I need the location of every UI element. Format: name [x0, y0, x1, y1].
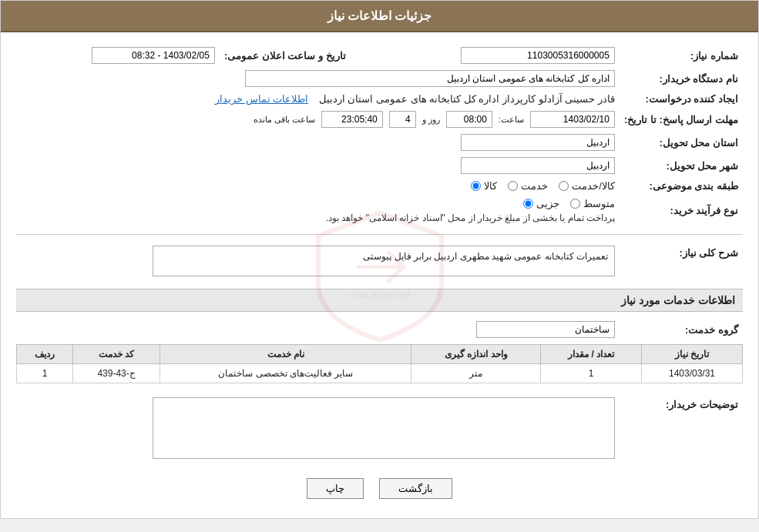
province-input [461, 134, 615, 151]
reply-deadline-row: ساعت: روز و ساعت باقی مانده [16, 108, 620, 131]
description-table: شرح کلی نیاز: تعمیرات کتابخانه عمومی شهی… [16, 243, 743, 279]
buyer-notes-table: توضیحات خریدار: [16, 394, 743, 464]
need-number-value [369, 44, 620, 67]
purchase-motavaset-radio[interactable] [570, 199, 580, 209]
buyer-org-label: نام دستگاه خریدار: [620, 67, 743, 90]
services-table: تاریخ نیاز تعداد / مقدار واحد اندازه گیر… [16, 344, 743, 383]
creator-text: قادر حسینی آزادلو کارپرداز اداره کل کتاب… [319, 93, 615, 105]
category-kala[interactable]: کالا [471, 180, 497, 192]
buyer-org-input [245, 70, 615, 87]
back-button[interactable]: بازگشت [379, 478, 452, 499]
service-group-input [476, 321, 615, 338]
services-section-header: اطلاعات خدمات مورد نیاز [16, 289, 743, 312]
description-label: شرح کلی نیاز: [620, 243, 743, 279]
purchase-note: پرداخت تمام یا بخشی از مبلغ خریدار از مح… [326, 212, 615, 223]
need-number-input [461, 47, 615, 64]
divider-1 [16, 234, 743, 235]
buyer-notes-label: توضیحات خریدار: [620, 394, 743, 464]
creator-label: ایجاد کننده درخواست: [620, 90, 743, 108]
page-header: جزئیات اطلاعات نیاز [1, 1, 758, 32]
reply-date-input [530, 111, 615, 128]
cell-unit: متر [411, 364, 541, 383]
category-value: کالا/خدمت خدمت کالا [16, 177, 620, 195]
reply-deadline-label: مهلت ارسال پاسخ: تا تاریخ: [620, 108, 743, 131]
category-kala-khadamat-radio[interactable] [559, 181, 569, 191]
description-text: تعمیرات کتابخانه عمومی شهید مطهری اردبیل… [363, 251, 608, 262]
service-group-table: گروه خدمت: [16, 318, 743, 341]
city-label: شهر محل تحویل: [620, 154, 743, 177]
reply-days-input [389, 111, 416, 128]
reply-days-label: روز و [422, 115, 440, 125]
col-code: کد خدمت [73, 345, 160, 364]
buyer-org-value [16, 67, 620, 90]
category-khadamat[interactable]: خدمت [508, 180, 548, 192]
date-value [16, 44, 220, 67]
col-quantity: تعداد / مقدار [541, 345, 642, 364]
services-section-label: اطلاعات خدمات مورد نیاز [621, 294, 735, 306]
contact-info-link[interactable]: اطلاعات تماس خریدار [215, 93, 308, 105]
col-unit: واحد اندازه گیری [411, 345, 541, 364]
category-kala-khadamat[interactable]: کالا/خدمت [559, 180, 615, 192]
purchase-motavaset-label: متوسط [583, 198, 615, 209]
info-table: شماره نیاز: تاریخ و ساعت اعلان عمومی: نا… [16, 44, 743, 226]
category-label: طبقه بندی موضوعی: [620, 177, 743, 195]
table-row: 1403/03/31 1 متر سایر فعالیت‌های تخصصی س… [17, 364, 743, 383]
province-label: استان محل تحویل: [620, 131, 743, 154]
content-area: AnaLender.net شماره نیاز: تاریخ و ساعت ا… [1, 32, 758, 518]
reply-time-input [446, 111, 492, 128]
cell-date: 1403/03/31 [642, 364, 743, 383]
description-box: تعمیرات کتابخانه عمومی شهید مطهری اردبیل… [153, 246, 615, 276]
cell-quantity: 1 [541, 364, 642, 383]
cell-row: 1 [17, 364, 73, 383]
purchase-type-label: نوع فرآیند خرید: [620, 195, 743, 226]
col-date: تاریخ نیاز [642, 345, 743, 364]
purchase-type-value: متوسط جزیی پرداخت تمام یا بخشی از مبلغ خ… [16, 195, 620, 226]
province-value [16, 131, 620, 154]
service-group-label: گروه خدمت: [620, 318, 743, 341]
cell-name: سایر فعالیت‌های تخصصی ساختمان [160, 364, 411, 383]
date-input [92, 47, 215, 64]
category-khadamat-radio[interactable] [508, 181, 518, 191]
city-value [16, 154, 620, 177]
reply-time-label: ساعت: [499, 115, 524, 125]
buyer-notes-textarea[interactable] [153, 397, 615, 459]
button-row: بازگشت چاپ [16, 478, 743, 499]
date-label: تاریخ و ساعت اعلان عمومی: [220, 44, 369, 67]
buyer-notes-value [16, 394, 620, 464]
category-kala-khadamat-label: کالا/خدمت [572, 180, 615, 192]
reply-remaining-input [321, 111, 383, 128]
purchase-jozi[interactable]: جزیی [523, 198, 559, 209]
service-group-value [16, 318, 620, 341]
col-name: نام خدمت [160, 345, 411, 364]
page-container: جزئیات اطلاعات نیاز AnaLender.net شماره … [0, 0, 759, 519]
purchase-jozi-label: جزیی [536, 198, 559, 209]
category-kala-radio[interactable] [471, 181, 481, 191]
need-number-label: شماره نیاز: [620, 44, 743, 67]
creator-value: قادر حسینی آزادلو کارپرداز اداره کل کتاب… [16, 90, 620, 108]
city-input [461, 157, 615, 174]
print-button[interactable]: چاپ [307, 478, 364, 499]
description-value: تعمیرات کتابخانه عمومی شهید مطهری اردبیل… [16, 243, 620, 279]
cell-code: ج-43-439 [73, 364, 160, 383]
purchase-jozi-radio[interactable] [523, 199, 533, 209]
col-row: ردیف [17, 345, 73, 364]
category-khadamat-label: خدمت [521, 180, 548, 192]
header-title: جزئیات اطلاعات نیاز [327, 9, 432, 22]
purchase-motavaset[interactable]: متوسط [570, 198, 615, 209]
reply-remaining-label: ساعت باقی مانده [254, 115, 315, 125]
category-kala-label: کالا [484, 180, 497, 192]
